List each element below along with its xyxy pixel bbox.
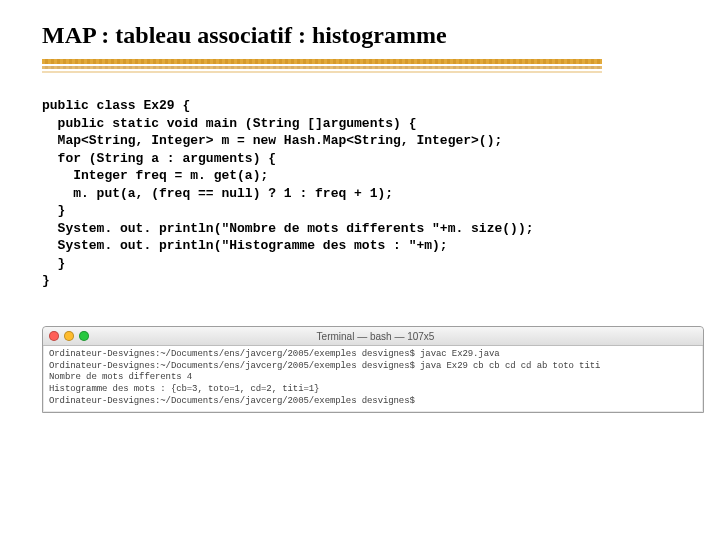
code-line: m. put(a, (freq == null) ? 1 : freq + 1)… xyxy=(42,186,393,201)
code-line: public static void main (String []argume… xyxy=(42,116,416,131)
terminal-line: Ordinateur-Desvignes:~/Documents/ens/jav… xyxy=(49,361,600,371)
code-line: } xyxy=(42,203,65,218)
code-line: System. out. println("Nombre de mots dif… xyxy=(42,221,533,236)
terminal-line: Nombre de mots differents 4 xyxy=(49,372,192,382)
terminal-window: Terminal — bash — 107x5 Ordinateur-Desvi… xyxy=(42,326,704,413)
terminal-titlebar: Terminal — bash — 107x5 xyxy=(43,327,703,346)
code-line: } xyxy=(42,256,65,271)
page-title: MAP : tableau associatif : histogramme xyxy=(42,22,690,49)
minimize-icon[interactable] xyxy=(64,331,74,341)
slide: MAP : tableau associatif : histogramme p… xyxy=(0,0,720,540)
terminal-body: Ordinateur-Desvignes:~/Documents/ens/jav… xyxy=(43,346,703,412)
terminal-line: Histogramme des mots : {cb=3, toto=1, cd… xyxy=(49,384,319,394)
code-line: } xyxy=(42,273,50,288)
code-line: for (String a : arguments) { xyxy=(42,151,276,166)
code-block: public class Ex29 { public static void m… xyxy=(42,97,690,290)
code-line: Integer freq = m. get(a); xyxy=(42,168,268,183)
code-line: public class Ex29 { xyxy=(42,98,190,113)
zoom-icon[interactable] xyxy=(79,331,89,341)
terminal-title: Terminal — bash — 107x5 xyxy=(94,331,657,342)
close-icon[interactable] xyxy=(49,331,59,341)
title-underline xyxy=(42,59,602,73)
terminal-line: Ordinateur-Desvignes:~/Documents/ens/jav… xyxy=(49,349,500,359)
code-line: System. out. println("Histogramme des mo… xyxy=(42,238,448,253)
terminal-line: Ordinateur-Desvignes:~/Documents/ens/jav… xyxy=(49,396,415,406)
code-line: Map<String, Integer> m = new Hash.Map<St… xyxy=(42,133,502,148)
